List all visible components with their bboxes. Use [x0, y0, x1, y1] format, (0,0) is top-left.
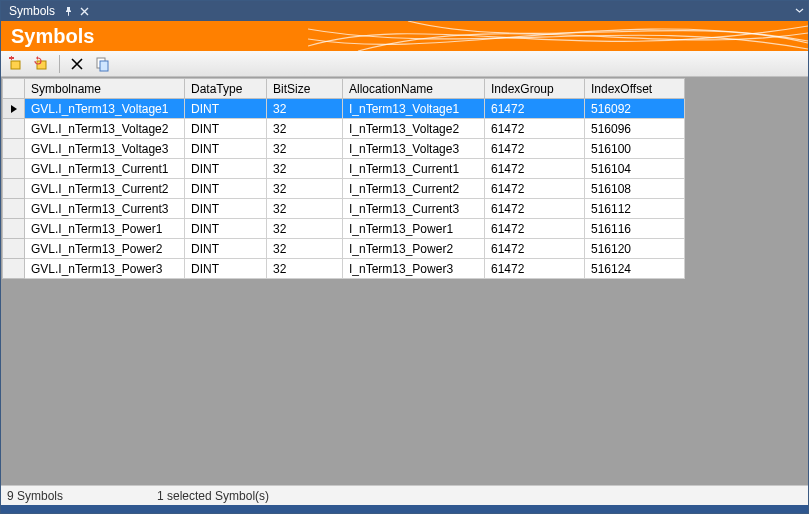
cell-indexgroup[interactable]: 61472: [485, 219, 585, 239]
cell-indexoffset[interactable]: 516108: [585, 179, 685, 199]
table-row[interactable]: GVL.I_nTerm13_Power1DINT32I_nTerm13_Powe…: [3, 219, 685, 239]
cell-datatype[interactable]: DINT: [185, 139, 267, 159]
toolbar: [1, 51, 808, 77]
row-header[interactable]: [3, 119, 25, 139]
add-symbol-button[interactable]: [5, 53, 27, 75]
cell-indexgroup[interactable]: 61472: [485, 99, 585, 119]
cell-datatype[interactable]: DINT: [185, 159, 267, 179]
cell-symbolname[interactable]: GVL.I_nTerm13_Voltage1: [25, 99, 185, 119]
cell-bitsize[interactable]: 32: [267, 139, 343, 159]
col-symbolname[interactable]: Symbolname: [25, 79, 185, 99]
cell-datatype[interactable]: DINT: [185, 199, 267, 219]
cell-indexgroup[interactable]: 61472: [485, 159, 585, 179]
cell-allocationname[interactable]: I_nTerm13_Power1: [343, 219, 485, 239]
cell-symbolname[interactable]: GVL.I_nTerm13_Current1: [25, 159, 185, 179]
cell-symbolname[interactable]: GVL.I_nTerm13_Current3: [25, 199, 185, 219]
cell-allocationname[interactable]: I_nTerm13_Voltage1: [343, 99, 485, 119]
cell-indexgroup[interactable]: 61472: [485, 119, 585, 139]
cell-bitsize[interactable]: 32: [267, 219, 343, 239]
cell-indexgroup[interactable]: 61472: [485, 259, 585, 279]
cell-indexoffset[interactable]: 516120: [585, 239, 685, 259]
panel-titlebar[interactable]: Symbols: [1, 1, 808, 21]
cell-bitsize[interactable]: 32: [267, 99, 343, 119]
cell-allocationname[interactable]: I_nTerm13_Current2: [343, 179, 485, 199]
grid-area[interactable]: Symbolname DataType BitSize AllocationNa…: [1, 77, 808, 485]
cell-indexgroup[interactable]: 61472: [485, 239, 585, 259]
cell-datatype[interactable]: DINT: [185, 99, 267, 119]
table-row[interactable]: GVL.I_nTerm13_Current2DINT32I_nTerm13_Cu…: [3, 179, 685, 199]
cell-datatype[interactable]: DINT: [185, 119, 267, 139]
close-icon[interactable]: [79, 6, 89, 16]
table-row[interactable]: GVL.I_nTerm13_Power3DINT32I_nTerm13_Powe…: [3, 259, 685, 279]
symbols-table[interactable]: Symbolname DataType BitSize AllocationNa…: [2, 78, 685, 279]
status-selection: 1 selected Symbol(s): [151, 489, 275, 503]
row-header[interactable]: [3, 219, 25, 239]
cell-indexoffset[interactable]: 516112: [585, 199, 685, 219]
cell-allocationname[interactable]: I_nTerm13_Power2: [343, 239, 485, 259]
svg-rect-0: [11, 61, 20, 69]
status-count: 9 Symbols: [1, 489, 151, 503]
row-header[interactable]: [3, 139, 25, 159]
cell-bitsize[interactable]: 32: [267, 159, 343, 179]
svg-rect-3: [37, 61, 46, 69]
cell-bitsize[interactable]: 32: [267, 239, 343, 259]
col-indexgroup[interactable]: IndexGroup: [485, 79, 585, 99]
cell-datatype[interactable]: DINT: [185, 239, 267, 259]
copy-button[interactable]: [92, 53, 114, 75]
cell-symbolname[interactable]: GVL.I_nTerm13_Current2: [25, 179, 185, 199]
table-row[interactable]: GVL.I_nTerm13_Voltage2DINT32I_nTerm13_Vo…: [3, 119, 685, 139]
svg-rect-5: [100, 61, 108, 71]
cell-indexgroup[interactable]: 61472: [485, 199, 585, 219]
cell-indexoffset[interactable]: 516100: [585, 139, 685, 159]
refresh-button[interactable]: [31, 53, 53, 75]
cell-symbolname[interactable]: GVL.I_nTerm13_Voltage2: [25, 119, 185, 139]
panel-menu-icon[interactable]: [795, 4, 804, 18]
row-header[interactable]: [3, 239, 25, 259]
cell-datatype[interactable]: DINT: [185, 219, 267, 239]
row-header[interactable]: [3, 179, 25, 199]
banner-decoration: [308, 21, 808, 51]
row-header[interactable]: [3, 259, 25, 279]
row-header[interactable]: [3, 199, 25, 219]
table-row[interactable]: GVL.I_nTerm13_Current1DINT32I_nTerm13_Cu…: [3, 159, 685, 179]
banner: Symbols: [1, 21, 808, 51]
cell-symbolname[interactable]: GVL.I_nTerm13_Power1: [25, 219, 185, 239]
cell-indexoffset[interactable]: 516092: [585, 99, 685, 119]
col-datatype[interactable]: DataType: [185, 79, 267, 99]
cell-symbolname[interactable]: GVL.I_nTerm13_Power3: [25, 259, 185, 279]
row-header-corner[interactable]: [3, 79, 25, 99]
table-row[interactable]: GVL.I_nTerm13_Current3DINT32I_nTerm13_Cu…: [3, 199, 685, 219]
cell-indexoffset[interactable]: 516124: [585, 259, 685, 279]
col-bitsize[interactable]: BitSize: [267, 79, 343, 99]
svg-rect-2: [11, 56, 12, 60]
bottom-accent-strip: [1, 505, 808, 513]
cell-indexoffset[interactable]: 516104: [585, 159, 685, 179]
cell-indexoffset[interactable]: 516116: [585, 219, 685, 239]
cell-allocationname[interactable]: I_nTerm13_Current3: [343, 199, 485, 219]
cell-indexoffset[interactable]: 516096: [585, 119, 685, 139]
cell-datatype[interactable]: DINT: [185, 179, 267, 199]
toolbar-separator: [59, 55, 60, 73]
cell-bitsize[interactable]: 32: [267, 179, 343, 199]
cell-indexgroup[interactable]: 61472: [485, 179, 585, 199]
cell-datatype[interactable]: DINT: [185, 259, 267, 279]
cell-allocationname[interactable]: I_nTerm13_Voltage3: [343, 139, 485, 159]
table-row[interactable]: GVL.I_nTerm13_Voltage1DINT32I_nTerm13_Vo…: [3, 99, 685, 119]
table-row[interactable]: GVL.I_nTerm13_Voltage3DINT32I_nTerm13_Vo…: [3, 139, 685, 159]
cell-symbolname[interactable]: GVL.I_nTerm13_Voltage3: [25, 139, 185, 159]
col-allocationname[interactable]: AllocationName: [343, 79, 485, 99]
cell-indexgroup[interactable]: 61472: [485, 139, 585, 159]
row-header[interactable]: [3, 159, 25, 179]
table-row[interactable]: GVL.I_nTerm13_Power2DINT32I_nTerm13_Powe…: [3, 239, 685, 259]
cell-allocationname[interactable]: I_nTerm13_Current1: [343, 159, 485, 179]
pin-icon[interactable]: [63, 6, 73, 16]
cell-allocationname[interactable]: I_nTerm13_Voltage2: [343, 119, 485, 139]
cell-symbolname[interactable]: GVL.I_nTerm13_Power2: [25, 239, 185, 259]
cell-bitsize[interactable]: 32: [267, 259, 343, 279]
cell-bitsize[interactable]: 32: [267, 119, 343, 139]
cell-bitsize[interactable]: 32: [267, 199, 343, 219]
row-header[interactable]: [3, 99, 25, 119]
cell-allocationname[interactable]: I_nTerm13_Power3: [343, 259, 485, 279]
col-indexoffset[interactable]: IndexOffset: [585, 79, 685, 99]
delete-button[interactable]: [66, 53, 88, 75]
